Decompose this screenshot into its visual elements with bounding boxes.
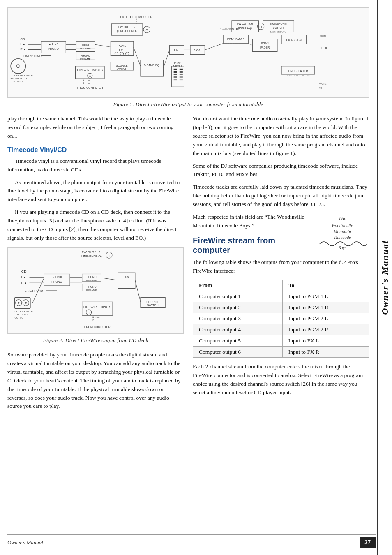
svg-text:FX ASSIGN: FX ASSIGN [286, 39, 302, 42]
svg-text:CD: CD [20, 37, 25, 41]
svg-rect-84 [174, 79, 177, 80]
software-paragraph: Software provided by your timecode peopl… [7, 351, 184, 411]
svg-text:SWITCH: SWITCH [117, 67, 127, 70]
svg-text:PHONO: PHONO [48, 47, 59, 50]
intro-paragraph: play through the same channel. This woul… [7, 115, 184, 141]
right-para3: Timecode tracks are carefully laid down … [193, 183, 369, 209]
svg-text:SWITCH: SWITCH [273, 26, 284, 29]
svg-text:PHONO: PHONO [81, 44, 90, 46]
timecode-para1: Timecode vinyl is a conventional vinyl r… [7, 157, 184, 174]
svg-text:Timecode: Timecode [334, 235, 351, 240]
table-cell-from: Computer output 6 [193, 346, 283, 357]
svg-text:FROM COMPUTER: FROM COMPUTER [77, 86, 103, 89]
svg-text:FROM COMPUTER: FROM COMPUTER [84, 326, 111, 329]
svg-point-127 [18, 302, 19, 303]
svg-text:R: R [324, 83, 326, 85]
svg-rect-82 [174, 74, 177, 75]
svg-text:⊕: ⊕ [89, 75, 91, 78]
svg-text:PHONO: PHONO [87, 285, 97, 288]
figure2-diagram: FW OUT 1, 2 (LINE/PHONO) ⊕ CD L ● R ● ▲ … [7, 247, 184, 334]
svg-text:1 .......: 1 ....... [92, 315, 101, 319]
svg-text:2 .......: 2 ....... [92, 319, 101, 322]
table-cell-from: Computer output 3 [193, 313, 283, 324]
svg-point-129 [25, 302, 27, 303]
table-cell-to: Input to FX L [282, 335, 369, 346]
table-cell-from: Computer output 5 [193, 335, 283, 346]
timecode-para3: If you are playing a timecode CD on a CD… [7, 208, 184, 243]
table-row: Computer output 3Input to PGM 2 L [193, 313, 369, 324]
main-content: OUT TO COMPUTER FW OUT 1, 2 (LINE/PHONO)… [0, 0, 376, 422]
svg-text:R ●: R ● [20, 47, 25, 51]
svg-text:LE: LE [125, 281, 128, 285]
svg-text:VCA: VCA [194, 49, 201, 52]
svg-text:FADER: FADER [260, 46, 270, 49]
svg-text:Woodinville: Woodinville [332, 223, 353, 228]
side-label-text: Owner's Manual [380, 240, 390, 314]
svg-text:3-BAND EQ: 3-BAND EQ [144, 64, 160, 67]
svg-text:(LINE/PHONO): (LINE/PHONO) [80, 254, 102, 258]
timecode-heading: Timecode Vinyl/CD [7, 146, 184, 154]
svg-text:PGM1: PGM1 [118, 44, 126, 47]
svg-rect-85 [180, 69, 183, 70]
svg-text:⊕: ⊕ [108, 254, 111, 258]
svg-text:PHONO: PHONO [81, 54, 90, 57]
svg-text:R ●: R ● [21, 281, 26, 285]
svg-text:PHONO-LEVEL: PHONO-LEVEL [10, 77, 28, 80]
svg-text:▲ LINE: ▲ LINE [48, 43, 59, 46]
right-para2: Some of the DJ software companies produc… [193, 162, 369, 179]
table-cell-to: Input to PGM 1 R [282, 302, 369, 313]
right-column: You do not want the timecode audio to ac… [193, 115, 369, 415]
svg-text:▲ LINE: ▲ LINE [52, 276, 62, 279]
svg-text:CD DECK WITH: CD DECK WITH [14, 310, 32, 313]
svg-text:SWITCH: SWITCH [147, 304, 159, 307]
right-para1: You do not want the timecode audio to ac… [193, 115, 369, 158]
table-cell-to: Input to PGM 2 L [282, 313, 369, 324]
svg-text:CROSSFADER: CROSSFADER [288, 69, 308, 72]
svg-text:⊕: ⊕ [88, 311, 90, 315]
woodinville-logo: The Woodinville Mountain Timecode Boys [316, 213, 369, 250]
table-row: Computer output 5Input to FX L [193, 335, 369, 346]
table-cell-from: Computer output 1 [193, 291, 283, 302]
svg-text:PREAMP: PREAMP [80, 58, 91, 60]
svg-rect-81 [174, 71, 177, 73]
svg-text:FX: FX [319, 87, 322, 89]
svg-text:OUTPUT: OUTPUT [13, 80, 23, 83]
table-cell-from: Computer output 4 [193, 324, 283, 335]
figure1-caption: Figure 1: Direct FireWire output to your… [7, 100, 369, 109]
table-row: Computer output 6Input to FX R [193, 346, 369, 357]
table-cell-to: Input to PGM 1 L [282, 291, 369, 302]
timecode-para2: As mentioned above, the phono output fro… [7, 178, 184, 204]
svg-rect-88 [180, 76, 183, 78]
svg-text:PHONO: PHONO [87, 275, 97, 278]
svg-text:PREAMP: PREAMP [86, 289, 97, 291]
svg-text:PHONO: PHONO [51, 280, 62, 284]
svg-text:⊕: ⊕ [145, 28, 148, 32]
svg-text:SOURCE: SOURCE [146, 301, 159, 304]
svg-text:CURVE LOGIC: CURVE LOGIC [227, 42, 244, 45]
table-row: Computer output 4Input to PGM 2 R [193, 324, 369, 335]
table-row: Computer output 1Input to PGM 1 L [193, 291, 369, 302]
svg-text:PGM1 FADER: PGM1 FADER [227, 38, 244, 41]
page-number: 27 [360, 537, 376, 548]
firewire-outro: Each 2-channel stream from the computer … [193, 363, 369, 397]
two-col-layout: play through the same channel. This woul… [7, 115, 369, 415]
svg-text:FIREWIRE INPUTS: FIREWIRE INPUTS [77, 69, 103, 72]
svg-text:⊕: ⊕ [259, 25, 262, 29]
table-header-to: To [282, 280, 369, 291]
table-row: Computer output 2Input to PGM 1 R [193, 302, 369, 313]
footer-label: Owner's Manual [7, 539, 43, 546]
svg-text:PG: PG [125, 275, 129, 279]
svg-text:PGM1: PGM1 [261, 42, 269, 45]
table-header-from: From [193, 280, 283, 291]
svg-text:CD: CD [21, 269, 27, 273]
svg-rect-0 [8, 12, 369, 93]
svg-text:2 .......: 2 ....... [83, 81, 91, 84]
side-label: Owner's Manual [377, 0, 392, 555]
svg-text:METER: METER [173, 65, 182, 68]
svg-text:LINE-LEVEL: LINE-LEVEL [14, 313, 29, 316]
svg-text:L: L [321, 47, 323, 50]
svg-text:Boys: Boys [338, 245, 346, 250]
svg-text:LINE/PHONO: LINE/PHONO [23, 55, 42, 58]
footer: Owner's Manual 27 [7, 534, 376, 548]
svg-text:The: The [338, 215, 346, 222]
